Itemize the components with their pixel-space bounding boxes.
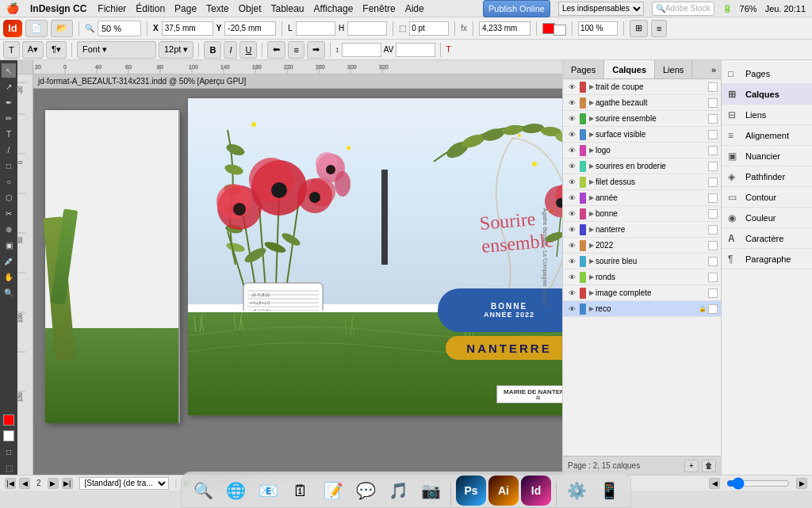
layer-row[interactable]: 👁 ▶ trait de coupe [563,79,721,95]
calques-panel-item[interactable]: ⊞ Calques [722,84,812,105]
paragraphe-panel-item[interactable]: ¶ Paragraphe [722,249,812,269]
layer-print-toggle[interactable] [708,288,718,298]
eyedropper-tool[interactable]: 💉 [2,254,16,268]
underline-btn[interactable]: U [239,41,257,59]
layer-row[interactable]: 👁 ▶ sourire bleu [563,254,721,269]
menu-affichage[interactable]: Affichage [314,3,354,14]
pencil-tool[interactable]: ✏ [2,111,16,125]
first-page-button[interactable]: |◀ [5,478,16,489]
pages-panel-item[interactable]: □ Pages [722,63,812,84]
char-style-btn[interactable]: A▾ [22,41,44,59]
normal-mode-btn[interactable]: □ [2,445,16,459]
layer-print-toggle[interactable] [708,241,718,250]
rect-tool[interactable]: □ [2,159,16,173]
ellipse-tool[interactable]: ○ [2,174,16,189]
stroke-swatch[interactable] [3,430,14,441]
direct-select-tool[interactable]: ↗ [2,79,16,94]
layer-print-toggle[interactable] [708,162,718,171]
layer-visibility-eye[interactable]: 👁 [566,177,577,188]
fill-swatch[interactable] [3,414,14,426]
scroll-left-button[interactable]: ◀ [709,478,720,489]
open-button[interactable]: 📂 [51,20,73,37]
layer-print-toggle[interactable] [708,178,718,187]
layer-row[interactable]: 👁 ▶ surface visible [563,127,721,143]
layer-row[interactable]: 👁 ▶ 2022 [563,238,721,254]
text-frame-btn[interactable]: T [3,41,20,59]
zoom-input[interactable] [98,21,141,36]
liens-panel-item[interactable]: ⊟ Liens [722,105,812,125]
menu-tableau[interactable]: Tableau [270,3,304,14]
layer-print-toggle[interactable] [708,257,718,266]
layer-row[interactable]: 👁 ▶ filet dessus [563,174,721,190]
apple-menu[interactable]: 🍎 [6,2,19,14]
menu-page[interactable]: Page [174,3,197,14]
essentials-select[interactable]: Les indispensables [558,2,644,16]
pen-tool[interactable]: ✒ [2,95,16,109]
italic-btn[interactable]: I [224,41,237,59]
couleur-panel-item[interactable]: ◉ Couleur [722,208,812,228]
size-btn[interactable]: 12pt ▾ [159,41,193,59]
contour-panel-item[interactable]: ▭ Contour [722,187,812,208]
layer-visibility-eye[interactable]: 👁 [566,208,577,220]
dock-facetime[interactable]: 📱 [594,476,624,506]
layer-visibility-eye[interactable]: 👁 [566,97,577,109]
layer-visibility-eye[interactable]: 👁 [566,161,577,172]
tab-calques[interactable]: Calques [604,60,655,78]
layer-row[interactable]: 👁 ▶ ronds [563,269,721,285]
preview-mode-btn[interactable]: ⬚ [2,460,16,475]
caractere-panel-item[interactable]: A Caractère [722,228,812,249]
dock-music[interactable]: 🎵 [383,476,413,506]
x-coord-input[interactable] [162,21,213,36]
layer-row[interactable]: 👁 ▶ agathe bezault [563,95,721,111]
layer-visibility-eye[interactable]: 👁 [566,272,577,283]
layer-visibility-eye[interactable]: 👁 [566,240,577,251]
layer-row[interactable]: 👁 ▶ logo [563,143,721,159]
layer-row[interactable]: 👁 ▶ nanterre [563,222,721,238]
menu-fichier[interactable]: Fichier [98,3,126,14]
hand-tool[interactable]: ✋ [2,269,16,284]
alignement-panel-item[interactable]: ≡ Alignement [722,125,812,146]
canvas-content[interactable]: jd-format-A_BEZAULT-314x231.indd @ 50% [… [33,74,562,475]
zoom-tool[interactable]: 🔍 [2,285,16,300]
height-input[interactable] [347,21,387,36]
layer-row-active[interactable]: 👁 ▶ reco 🔒 [563,301,721,317]
layer-visibility-eye[interactable]: 👁 [566,145,577,156]
layer-print-toggle[interactable] [708,98,718,108]
layer-row[interactable]: 👁 ▶ sourire ensemble [563,111,721,127]
menu-aide[interactable]: Aide [405,3,424,14]
dock-mail[interactable]: 📧 [253,476,283,506]
dock-photos[interactable]: 📷 [416,476,446,506]
bold-btn[interactable]: B [204,41,221,59]
layer-print-toggle[interactable] [708,82,718,92]
layer-print-toggle[interactable] [708,225,718,235]
search-bar[interactable]: 🔍 Adobe Stock [652,2,714,16]
tab-pages[interactable]: Pages [563,60,604,78]
tab-liens[interactable]: Liens [655,60,692,78]
percent-input[interactable] [578,21,618,36]
next-page-button[interactable]: ▶ [48,478,59,489]
menu-fenetre[interactable]: Fenêtre [362,3,395,14]
select-tool[interactable]: ↖ [2,63,16,78]
new-layer-button[interactable]: + [684,460,699,472]
layer-visibility-eye[interactable]: 👁 [566,129,577,140]
dimension-input[interactable] [479,21,530,36]
layer-visibility-eye[interactable]: 👁 [566,256,577,267]
dock-browser[interactable]: 🌐 [220,476,251,506]
layer-visibility-eye[interactable]: 👁 [566,82,577,93]
dock-finder[interactable]: 🔍 [188,476,218,506]
line-tool[interactable]: / [2,143,16,157]
layer-visibility-eye[interactable]: 👁 [566,224,577,235]
layer-visibility-eye[interactable]: 👁 [566,113,577,124]
publish-online-button[interactable]: Publish Online [483,0,550,17]
layer-print-toggle[interactable] [708,209,718,219]
layer-visibility-eye[interactable]: 👁 [566,193,577,204]
scissors-tool[interactable]: ✂ [2,206,16,220]
page-style-select[interactable]: [Standard] (de tra... [79,477,169,490]
dock-messages[interactable]: 💬 [350,476,381,506]
panel-tab-more[interactable]: » [707,60,721,78]
dock-illustrator[interactable]: Ai [488,476,519,506]
new-doc-button[interactable]: 📄 [25,20,48,37]
type-tool[interactable]: T [2,127,16,141]
dock-indesign[interactable]: Id [521,476,551,506]
zoom-slider[interactable] [726,479,790,488]
